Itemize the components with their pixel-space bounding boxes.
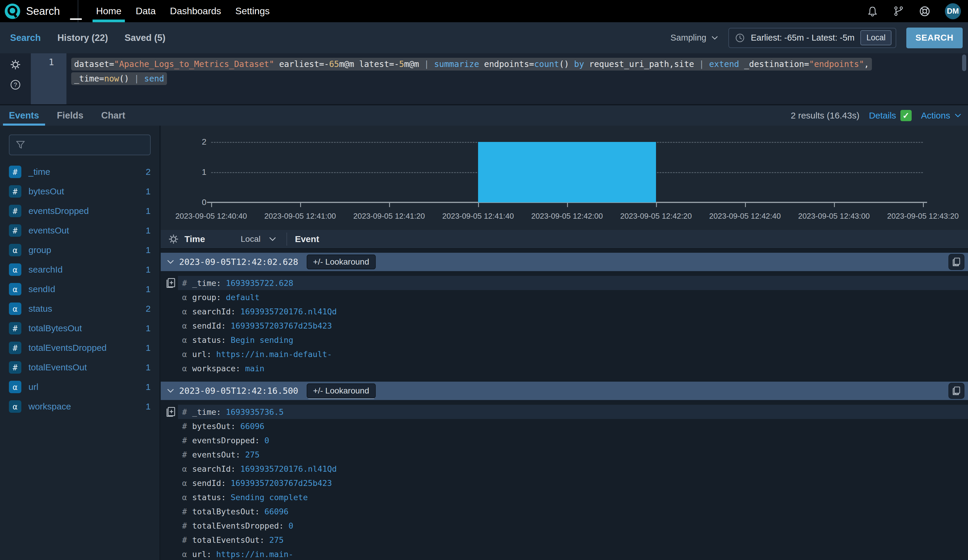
help-lifering-icon[interactable]	[919, 5, 931, 17]
event-field-bytesOut[interactable]: #bytesOut:66096	[161, 419, 968, 433]
field-value[interactable]: 0	[288, 521, 293, 530]
copy-event-button[interactable]	[948, 383, 965, 399]
event-header[interactable]: 2023-09-05T12:42:02.628+/- Lookaround	[161, 253, 968, 271]
field-value[interactable]: https://in.main-	[216, 550, 293, 559]
field-value[interactable]: Sending complete	[231, 493, 308, 502]
field-value[interactable]: 275	[269, 535, 284, 545]
field-item-status[interactable]: αstatus2	[0, 299, 159, 319]
event-field-url[interactable]: αurl:https://in.main-default-	[161, 347, 968, 361]
field-item-url[interactable]: αurl1	[0, 377, 159, 397]
user-avatar[interactable]: DM	[945, 3, 961, 19]
event-field-status[interactable]: αstatus:Begin sending	[161, 333, 968, 347]
field-value[interactable]: 1693935722.628	[226, 279, 293, 288]
event-timestamp[interactable]: 2023-09-05T12:42:02.628	[179, 257, 298, 267]
chevron-down-icon[interactable]	[167, 259, 174, 264]
field-item-eventsOut[interactable]: #eventsOut1	[0, 221, 159, 240]
event-field-searchId[interactable]: αsearchId:1693935720176.nl41Qd	[161, 462, 968, 476]
field-item-workspace[interactable]: αworkspace1	[0, 397, 159, 416]
field-value[interactable]: https://in.main-default-	[216, 350, 332, 359]
field-value[interactable]: 1693935720176.nl41Qd	[240, 464, 336, 474]
lookaround-button[interactable]: +/- Lookaround	[307, 254, 376, 269]
event-field-sendId[interactable]: αsendId:16939357203767d25b423	[161, 319, 968, 333]
field-item-sendId[interactable]: αsendId1	[0, 279, 159, 299]
field-value[interactable]: Begin sending	[231, 335, 293, 345]
time-column-header[interactable]: Time	[184, 234, 205, 244]
event-field-eventsDropped[interactable]: #eventsDropped:0	[161, 433, 968, 448]
event-field-_time[interactable]: #_time:1693935722.628	[161, 276, 968, 290]
x-axis-tick	[923, 203, 924, 207]
app-logo-icon[interactable]	[4, 3, 21, 20]
editor-scrollbar[interactable]	[962, 55, 966, 104]
field-count: 1	[146, 343, 151, 353]
event-header[interactable]: 2023-09-05T12:42:16.500+/- Lookaround	[161, 382, 968, 400]
field-item-totalEventsOut[interactable]: #totalEventsOut1	[0, 358, 159, 377]
field-item-totalEventsDropped[interactable]: #totalEventsDropped1	[0, 338, 159, 358]
chart-plot-area[interactable]	[211, 142, 923, 202]
event-field-searchId[interactable]: αsearchId:1693935720176.nl41Qd	[161, 304, 968, 319]
nav-item-data[interactable]: Data	[128, 0, 163, 22]
nav-item-home[interactable]: Home	[89, 0, 128, 22]
event-field-status[interactable]: αstatus:Sending complete	[161, 490, 968, 504]
query-editor[interactable]: ? 1 dataset="Apache_Logs_to_Metrics_Data…	[0, 53, 968, 105]
event-field-url[interactable]: αurl:https://in.main-	[161, 547, 968, 560]
field-key: status:	[192, 493, 226, 502]
expand-field-icon[interactable]	[165, 406, 177, 418]
field-value[interactable]: 1693935736.5	[226, 407, 284, 416]
field-value[interactable]: 1693935720176.nl41Qd	[240, 307, 336, 316]
details-checkbox[interactable]: ✓	[900, 110, 912, 121]
field-item-totalBytesOut[interactable]: #totalBytesOut1	[0, 319, 159, 338]
searchbar-tab-history[interactable]: History (22)	[49, 33, 116, 43]
field-value[interactable]: main	[245, 364, 265, 373]
time-range-picker[interactable]: Earliest: -65m - Latest: -5m Local	[728, 28, 896, 48]
timeline-chart[interactable]: 2023-09-05 12:40:402023-09-05 12:41:0020…	[161, 126, 968, 230]
results-tab-events[interactable]: Events	[0, 106, 48, 126]
search-button[interactable]: SEARCH	[906, 28, 963, 48]
event-field-totalBytesOut[interactable]: #totalBytesOut:66096	[161, 504, 968, 519]
query-text[interactable]: dataset="Apache_Logs_to_Metrics_Dataset"…	[66, 53, 968, 104]
chevron-down-icon[interactable]	[167, 388, 174, 393]
searchbar-tab-search[interactable]: Search	[2, 33, 49, 43]
sampling-dropdown[interactable]: Sampling	[671, 33, 718, 43]
timezone-selector[interactable]: Local	[240, 235, 277, 244]
actions-dropdown[interactable]: Actions	[921, 111, 961, 121]
details-toggle[interactable]: Details ✓	[869, 110, 912, 121]
lookaround-button[interactable]: +/- Lookaround	[307, 383, 376, 398]
field-value[interactable]: default	[226, 293, 260, 302]
field-item-bytesOut[interactable]: #bytesOut1	[0, 182, 159, 201]
event-field-eventsOut[interactable]: #eventsOut:275	[161, 448, 968, 462]
field-value[interactable]: 66096	[240, 421, 264, 431]
field-value[interactable]: 16939357203767d25b423	[231, 321, 332, 330]
field-filter-input[interactable]	[30, 140, 144, 150]
table-settings-gear-icon[interactable]	[168, 233, 179, 245]
copy-event-button[interactable]	[948, 254, 965, 270]
event-field-sendId[interactable]: αsendId:16939357203767d25b423	[161, 476, 968, 490]
event-field-workspace[interactable]: αworkspace:main	[161, 361, 968, 375]
field-item-_time[interactable]: #_time2	[0, 162, 159, 182]
field-filter-box[interactable]	[9, 134, 151, 155]
field-item-searchId[interactable]: αsearchId1	[0, 260, 159, 279]
event-field-totalEventsOut[interactable]: #totalEventsOut:275	[161, 533, 968, 547]
event-field-totalEventsDropped[interactable]: #totalEventsDropped:0	[161, 519, 968, 533]
timezone-local-button[interactable]: Local	[860, 30, 892, 45]
expand-field-icon[interactable]	[165, 277, 177, 289]
nav-item-settings[interactable]: Settings	[228, 0, 277, 22]
event-column-header[interactable]: Event	[295, 234, 319, 244]
field-item-group[interactable]: αgroup1	[0, 240, 159, 260]
field-item-eventsDropped[interactable]: #eventsDropped1	[0, 201, 159, 221]
searchbar-tab-saved[interactable]: Saved (5)	[116, 33, 174, 43]
nav-item-dashboards[interactable]: Dashboards	[163, 0, 228, 22]
field-value[interactable]: 66096	[265, 507, 288, 516]
event-timestamp[interactable]: 2023-09-05T12:42:16.500	[179, 386, 298, 396]
field-value[interactable]: 275	[245, 450, 260, 459]
editor-settings-gear-icon[interactable]	[10, 59, 22, 71]
event-field-_time[interactable]: #_time:1693935736.5	[161, 405, 968, 419]
editor-help-icon[interactable]: ?	[10, 79, 22, 91]
notifications-bell-icon[interactable]	[867, 5, 878, 17]
results-tab-fields[interactable]: Fields	[48, 106, 93, 126]
field-value[interactable]: 0	[265, 436, 269, 445]
results-tab-chart[interactable]: Chart	[92, 106, 134, 126]
field-value[interactable]: 16939357203767d25b423	[231, 479, 332, 488]
histogram-bar[interactable]	[478, 142, 656, 202]
event-field-group[interactable]: αgroup:default	[161, 290, 968, 304]
git-branch-icon[interactable]	[893, 5, 905, 17]
